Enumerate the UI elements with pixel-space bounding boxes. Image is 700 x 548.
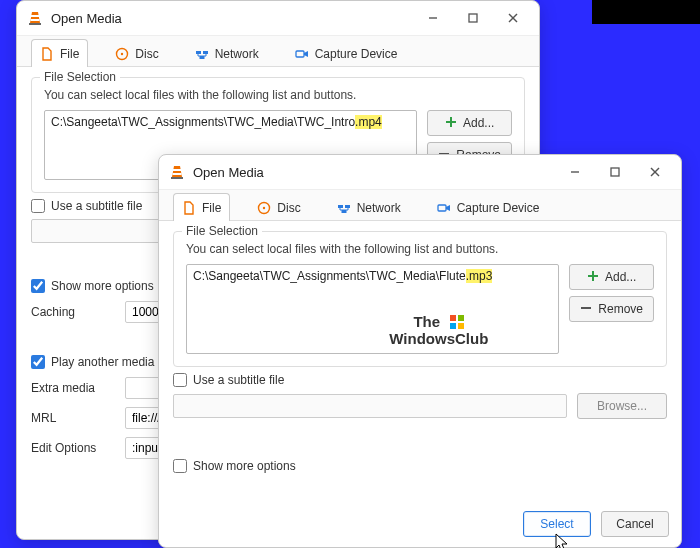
svg-rect-20 <box>611 168 619 176</box>
minus-icon <box>580 302 592 317</box>
file-selection-hint: You can select local files with the foll… <box>44 88 512 102</box>
svg-rect-31 <box>450 323 456 329</box>
svg-rect-17 <box>173 173 182 175</box>
close-button[interactable] <box>635 158 675 186</box>
minimize-button[interactable] <box>555 158 595 186</box>
tab-label: Network <box>357 201 401 215</box>
svg-rect-25 <box>338 205 343 208</box>
minimize-button[interactable] <box>413 4 453 32</box>
vlc-icon <box>169 164 185 180</box>
watermark-line2: WindowsClub <box>389 331 488 348</box>
file-list[interactable]: C:\Sangeeta\TWC_Assignments\TWC_Media\Fl… <box>186 264 559 354</box>
tab-label: File <box>202 201 221 215</box>
svg-rect-3 <box>29 23 41 25</box>
cancel-label: Cancel <box>616 517 653 531</box>
tab-network[interactable]: Network <box>186 39 268 67</box>
extra-media-label: Extra media <box>31 381 117 395</box>
file-selection-group: File Selection You can select local file… <box>173 231 667 367</box>
titlebar: Open Media <box>159 155 681 189</box>
disc-icon <box>257 201 271 215</box>
svg-rect-29 <box>450 315 456 321</box>
subtitle-path-input[interactable] <box>173 394 567 418</box>
tab-label: File <box>60 47 79 61</box>
tab-file[interactable]: File <box>31 39 88 67</box>
svg-point-24 <box>263 206 265 208</box>
mrl-label: MRL <box>31 411 117 425</box>
tab-label: Capture Device <box>315 47 398 61</box>
svg-rect-13 <box>296 51 304 57</box>
use-subtitle-checkbox[interactable]: Use a subtitle file <box>173 373 667 387</box>
tab-capture[interactable]: Capture Device <box>428 193 549 221</box>
svg-rect-5 <box>469 14 477 22</box>
play-another-label: Play another media sy <box>51 355 170 369</box>
maximize-button[interactable] <box>595 158 635 186</box>
file-selection-hint: You can select local files with the foll… <box>186 242 654 256</box>
tab-label: Disc <box>277 201 300 215</box>
show-more-label: Show more options <box>193 459 296 473</box>
tab-label: Disc <box>135 47 158 61</box>
svg-rect-16 <box>173 169 181 171</box>
source-tabs: File Disc Network Capture Device <box>17 35 539 67</box>
svg-rect-32 <box>458 323 464 329</box>
tab-label: Capture Device <box>457 201 540 215</box>
add-button[interactable]: Add... <box>427 110 512 136</box>
file-path-ext-highlight: .mp4 <box>355 115 382 129</box>
capture-icon <box>295 47 309 61</box>
source-tabs: File Disc Network Capture Device <box>159 189 681 221</box>
tab-network[interactable]: Network <box>328 193 410 221</box>
close-button[interactable] <box>493 4 533 32</box>
tab-disc[interactable]: Disc <box>106 39 167 67</box>
add-label: Add... <box>463 116 494 130</box>
windows-logo-icon <box>450 315 464 329</box>
plus-icon <box>445 116 457 131</box>
show-more-label: Show more options <box>51 279 154 293</box>
show-more-options-checkbox[interactable]: Show more options <box>173 459 667 473</box>
watermark-line1: The <box>413 313 440 330</box>
dialog-footer: Select Cancel <box>523 511 669 537</box>
file-icon <box>40 47 54 61</box>
watermark: The WindowsClub <box>389 313 488 347</box>
window-title: Open Media <box>51 11 413 26</box>
remove-label: Remove <box>598 302 643 316</box>
group-label: File Selection <box>182 224 262 238</box>
svg-rect-26 <box>345 205 350 208</box>
select-button[interactable]: Select <box>523 511 591 537</box>
open-media-window-2: Open Media File Disc Network Capture Dev… <box>158 154 682 548</box>
tab-capture[interactable]: Capture Device <box>286 39 407 67</box>
file-icon <box>182 201 196 215</box>
window-title: Open Media <box>193 165 555 180</box>
remove-button[interactable]: Remove <box>569 296 654 322</box>
svg-rect-1 <box>31 15 39 17</box>
svg-rect-30 <box>458 315 464 321</box>
tab-label: Network <box>215 47 259 61</box>
svg-rect-2 <box>31 19 40 21</box>
file-path-ext-highlight: .mp3 <box>466 269 493 283</box>
group-label: File Selection <box>40 70 120 84</box>
svg-rect-10 <box>196 51 201 54</box>
network-icon <box>195 47 209 61</box>
tab-disc[interactable]: Disc <box>248 193 309 221</box>
capture-icon <box>437 201 451 215</box>
browse-button[interactable]: Browse... <box>577 393 667 419</box>
cancel-button[interactable]: Cancel <box>601 511 669 537</box>
use-subtitle-label: Use a subtitle file <box>51 199 142 213</box>
svg-point-9 <box>121 52 123 54</box>
black-corner <box>592 0 700 24</box>
use-subtitle-label: Use a subtitle file <box>193 373 284 387</box>
file-path-prefix: C:\Sangeeta\TWC_Assignments\TWC_Media\Fl… <box>193 269 466 283</box>
titlebar: Open Media <box>17 1 539 35</box>
vlc-icon <box>27 10 43 26</box>
select-label: Select <box>540 517 573 531</box>
add-button[interactable]: Add... <box>569 264 654 290</box>
svg-rect-11 <box>203 51 208 54</box>
maximize-button[interactable] <box>453 4 493 32</box>
browse-label: Browse... <box>597 399 647 413</box>
caching-label: Caching <box>31 305 117 319</box>
svg-marker-15 <box>172 166 182 177</box>
disc-icon <box>115 47 129 61</box>
svg-rect-18 <box>171 177 183 179</box>
svg-marker-0 <box>30 12 40 23</box>
add-label: Add... <box>605 270 636 284</box>
network-icon <box>337 201 351 215</box>
tab-file[interactable]: File <box>173 193 230 221</box>
